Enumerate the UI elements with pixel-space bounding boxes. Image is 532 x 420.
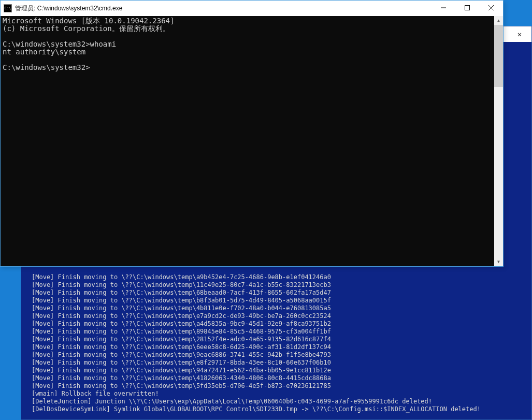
scrollbar-track[interactable]	[494, 25, 503, 257]
cmd-content-area: Microsoft Windows [版本 10.0.19042.2364] (…	[1, 16, 503, 266]
close-button[interactable]: ✕	[508, 26, 531, 42]
cmd-icon: C:\	[4, 4, 12, 12]
window-controls	[432, 1, 503, 16]
cmd-terminal-output[interactable]: Microsoft Windows [版本 10.0.19042.2364] (…	[1, 16, 494, 266]
svg-rect-1	[465, 6, 470, 10]
cmd-window: C:\ 管理员: C:\windows\system32\cmd.exe Mic…	[0, 0, 504, 267]
close-button[interactable]	[479, 1, 503, 15]
scroll-up-arrow-icon[interactable]: ▲	[494, 16, 503, 25]
cmd-titlebar[interactable]: C:\ 管理员: C:\windows\system32\cmd.exe	[1, 1, 503, 16]
scroll-down-arrow-icon[interactable]: ▼	[494, 257, 503, 266]
maximize-button[interactable]	[455, 1, 479, 15]
cmd-window-title: 管理员: C:\windows\system32\cmd.exe	[15, 4, 432, 13]
background-terminal-output: [Move] Finish moving to \??\C:\windows\t…	[27, 271, 525, 415]
minimize-button[interactable]	[432, 1, 455, 15]
scrollbar-thumb[interactable]	[494, 25, 503, 87]
vertical-scrollbar[interactable]: ▲ ▼	[494, 16, 503, 266]
